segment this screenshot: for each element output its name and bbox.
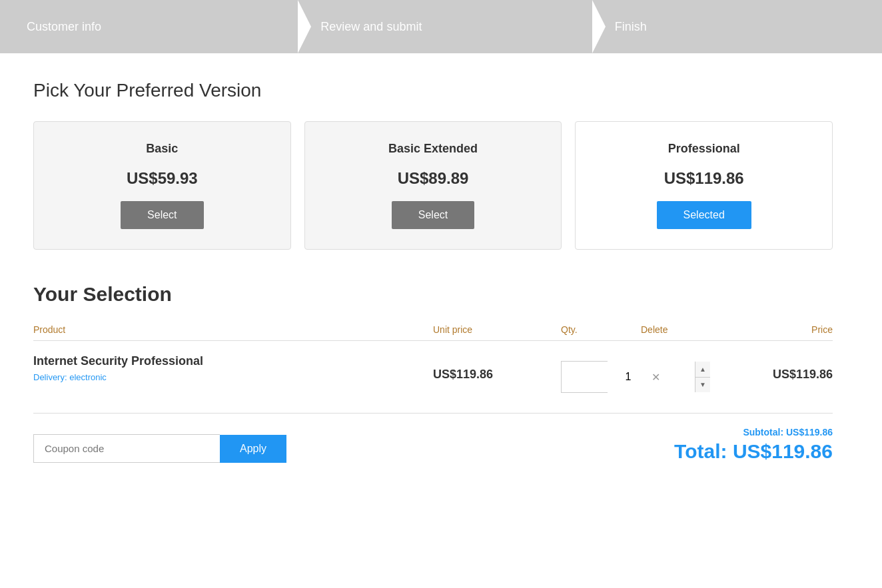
plan-basic-extended-price: US$89.89 (398, 169, 469, 188)
plan-professional-price: US$119.86 (664, 169, 744, 188)
qty-down-button[interactable]: ▼ (695, 378, 710, 393)
coupon-input[interactable] (33, 434, 220, 463)
total-line: Total: US$119.86 (674, 440, 833, 463)
unit-price-value: US$119.86 (433, 354, 561, 382)
plan-basic-name: Basic (146, 142, 178, 156)
plan-professional-selected-button[interactable]: Selected (657, 201, 751, 229)
total-label: Total: (674, 440, 727, 462)
qty-arrows: ▲ ▼ (695, 362, 710, 392)
main-content: Pick Your Preferred Version Basic US$59.… (0, 53, 866, 489)
qty-input[interactable] (562, 362, 695, 392)
col-header-product: Product (33, 319, 433, 341)
plan-cards: Basic US$59.93 Select Basic Extended US$… (33, 121, 833, 250)
step-finish-label: Finish (615, 20, 647, 34)
step-arrow-white-1 (298, 0, 311, 53)
qty-control: ▲ ▼ (561, 361, 608, 393)
totals: Subtotal: US$119.86 Total: US$119.86 (674, 427, 833, 463)
step-arrow-white-2 (592, 0, 606, 53)
step-finish: Finish (588, 0, 882, 53)
product-delivery: Delivery: electronic (33, 372, 433, 382)
qty-cell: ▲ ▼ (561, 341, 641, 400)
plan-card-professional: Professional US$119.86 Selected (575, 121, 833, 250)
bottom-row: Apply Subtotal: US$119.86 Total: US$119.… (33, 413, 833, 463)
price-cell: US$119.86 (721, 341, 833, 400)
apply-button[interactable]: Apply (220, 435, 286, 463)
step-review-label: Review and submit (320, 20, 422, 34)
plan-card-basic: Basic US$59.93 Select (33, 121, 291, 250)
step-customer-info: Customer info (0, 0, 294, 53)
step-review: Review and submit (294, 0, 588, 53)
stepper: Customer info Review and submit Finish (0, 0, 882, 53)
unit-price-cell: US$119.86 (433, 341, 561, 400)
table-row: Internet Security Professional Delivery:… (33, 341, 833, 400)
delivery-label: Delivery: (33, 372, 67, 382)
product-cell: Internet Security Professional Delivery:… (33, 341, 433, 400)
subtotal-line: Subtotal: US$119.86 (674, 427, 833, 438)
product-name: Internet Security Professional (33, 354, 433, 368)
col-header-unit-price: Unit price (433, 319, 561, 341)
qty-up-button[interactable]: ▲ (695, 362, 710, 378)
plan-basic-extended-name: Basic Extended (388, 142, 478, 156)
plan-basic-extended-select-button[interactable]: Select (392, 201, 474, 229)
col-header-price: Price (721, 319, 833, 341)
your-selection-title: Your Selection (33, 283, 833, 306)
selection-table: Product Unit price Qty. Delete Price Int… (33, 319, 833, 400)
total-value: US$119.86 (733, 440, 833, 462)
item-price-value: US$119.86 (721, 354, 833, 382)
delivery-type: electronic (69, 372, 107, 382)
step-customer-info-label: Customer info (27, 20, 101, 34)
plan-basic-select-button[interactable]: Select (121, 201, 203, 229)
col-header-qty: Qty. (561, 319, 641, 341)
subtotal-label: Subtotal: (743, 427, 783, 438)
col-header-delete: Delete (641, 319, 721, 341)
plan-professional-name: Professional (668, 142, 740, 156)
plan-basic-price: US$59.93 (127, 169, 198, 188)
page-title: Pick Your Preferred Version (33, 80, 833, 101)
plan-card-basic-extended: Basic Extended US$89.89 Select (304, 121, 562, 250)
subtotal-value: US$119.86 (786, 427, 833, 438)
coupon-group: Apply (33, 434, 286, 463)
